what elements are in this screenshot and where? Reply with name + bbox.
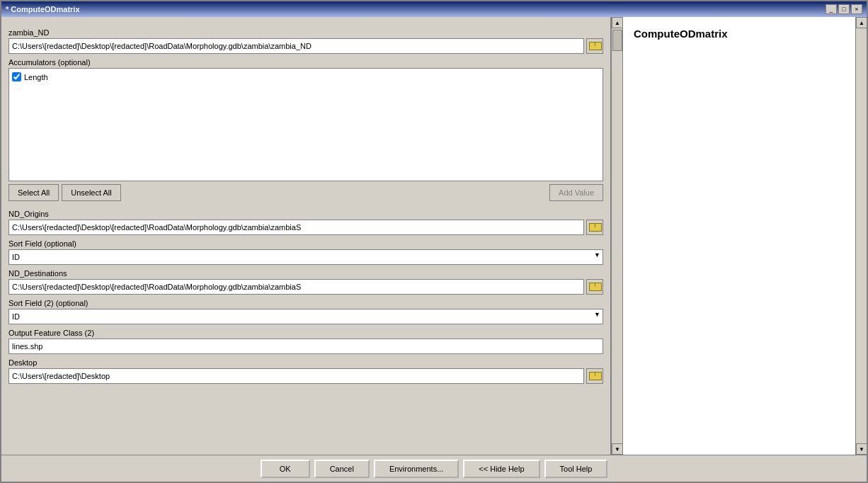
desktop-browse-button[interactable] xyxy=(586,368,603,384)
zambia-nd-browse-button[interactable] xyxy=(586,38,603,54)
length-label: Length xyxy=(24,73,48,81)
close-button[interactable]: × xyxy=(851,4,862,14)
left-panel-scrollbar[interactable]: ▲ ▼ xyxy=(611,17,622,455)
accumulators-label: Accumulators (optional) xyxy=(8,58,603,67)
ok-button[interactable]: OK xyxy=(261,460,310,478)
zambia-nd-row xyxy=(8,38,603,54)
nd-destinations-row xyxy=(8,279,603,295)
nd-origins-row xyxy=(8,220,603,235)
desktop-label: Desktop xyxy=(8,358,603,367)
right-panel: ComputeODmatrix xyxy=(623,17,855,455)
sort-field-select[interactable]: ID xyxy=(8,249,603,265)
right-panel-scrollbar[interactable]: ▲ ▼ xyxy=(855,17,867,455)
nd-destinations-label: ND_Destinations xyxy=(8,269,603,278)
right-panel-title: ComputeODmatrix xyxy=(634,28,845,40)
nd-origins-label: ND_Origins xyxy=(8,210,603,218)
accumulators-box: Length xyxy=(8,68,603,181)
maximize-button[interactable]: □ xyxy=(838,4,850,14)
folder-icon-3 xyxy=(589,283,600,291)
scroll-down-button[interactable]: ▼ xyxy=(612,443,623,455)
environments-button[interactable]: Environments... xyxy=(374,460,459,478)
right-scroll-track xyxy=(856,28,867,443)
titlebar: * ComputeODmatrix _ □ × xyxy=(1,1,867,17)
unselect-all-button[interactable]: Unselect All xyxy=(62,184,120,201)
accumulator-item-length: Length xyxy=(12,72,600,82)
accumulator-buttons-row: Select All Unselect All Add Value xyxy=(8,184,603,201)
sort-field-label: Sort Field (optional) xyxy=(8,239,603,248)
window-controls: _ □ × xyxy=(826,4,862,14)
folder-icon-4 xyxy=(589,372,600,380)
tool-help-button[interactable]: Tool Help xyxy=(544,460,608,478)
scroll-up-button[interactable]: ▲ xyxy=(612,17,623,28)
main-window: * ComputeODmatrix _ □ × zambia_ND Accumu… xyxy=(0,0,868,483)
sort-field-2-label: Sort Field (2) (optional) xyxy=(8,299,603,307)
window-title: * ComputeODmatrix xyxy=(6,5,80,13)
nd-origins-browse-button[interactable] xyxy=(586,220,603,235)
zambia-nd-input[interactable] xyxy=(8,38,584,54)
nd-origins-input[interactable] xyxy=(8,220,584,235)
cancel-button[interactable]: Cancel xyxy=(314,460,370,478)
add-value-button[interactable]: Add Value xyxy=(549,184,603,201)
folder-icon xyxy=(589,42,600,50)
nd-destinations-browse-button[interactable] xyxy=(586,279,603,295)
minimize-button[interactable]: _ xyxy=(826,4,837,14)
sort-field-wrapper: ID xyxy=(8,249,603,265)
right-scroll-up-button[interactable]: ▲ xyxy=(856,17,867,28)
left-panel: zambia_ND Accumulators (optional) Length xyxy=(1,17,611,455)
output-feature-class-input[interactable] xyxy=(8,339,603,354)
hide-help-button[interactable]: << Hide Help xyxy=(463,460,539,478)
output-feature-class-label: Output Feature Class (2) xyxy=(8,329,603,337)
scroll-track xyxy=(612,28,622,443)
folder-icon-2 xyxy=(589,223,600,232)
nd-destinations-input[interactable] xyxy=(8,279,584,295)
main-content: zambia_ND Accumulators (optional) Length xyxy=(1,17,867,455)
length-checkbox[interactable] xyxy=(12,72,21,81)
right-scroll-down-button[interactable]: ▼ xyxy=(856,443,867,455)
select-all-button[interactable]: Select All xyxy=(8,184,59,201)
output-feature-class-row xyxy=(8,339,603,354)
bottom-bar: OK Cancel Environments... << Hide Help T… xyxy=(1,455,867,482)
desktop-row xyxy=(8,368,603,384)
desktop-input[interactable] xyxy=(8,368,584,384)
zambia-nd-label: zambia_ND xyxy=(8,28,603,37)
scroll-thumb[interactable] xyxy=(612,30,622,51)
sort-field-2-select[interactable]: ID xyxy=(8,309,603,324)
sort-field-2-wrapper: ID xyxy=(8,309,603,324)
